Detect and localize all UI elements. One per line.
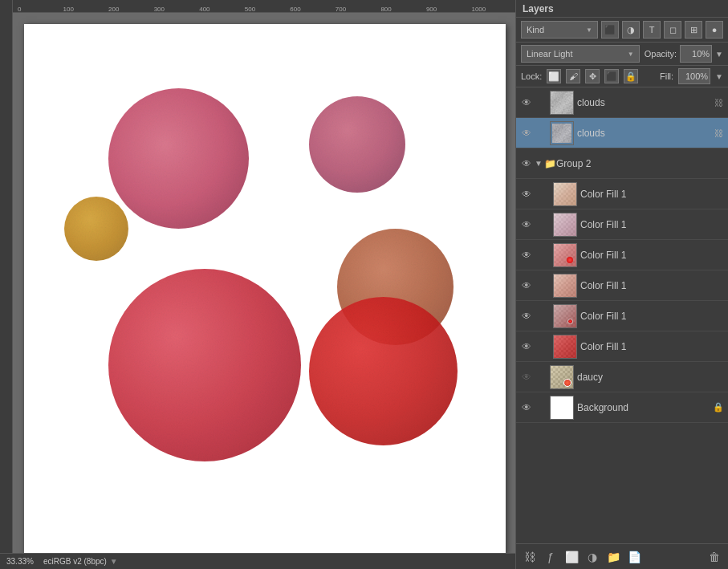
layer-name-cf4: Color Fill 1 xyxy=(580,280,725,291)
fill-chevron-icon: ▼ xyxy=(715,72,723,81)
group-expand-icon[interactable]: ▼ xyxy=(534,159,543,169)
layer-item-clouds1[interactable]: 👁 clouds ⛓ xyxy=(516,87,728,118)
filter-type-icon[interactable]: T xyxy=(643,21,661,39)
new-layer-button[interactable]: 📄 xyxy=(625,548,643,566)
lock-transparent-icon[interactable]: ⬜ xyxy=(547,69,561,83)
circle-red-large[interactable] xyxy=(108,269,301,461)
layer-thumb-clouds1 xyxy=(550,91,574,115)
visibility-toggle-cf2[interactable]: 👁 xyxy=(519,217,534,232)
layer-name-daucy: daucy xyxy=(577,372,725,383)
panel-header: Layers xyxy=(516,0,728,18)
status-bar: 33.33% eciRGB v2 (8bpc) ▼ xyxy=(0,553,515,569)
new-fill-button[interactable]: ◑ xyxy=(584,548,601,566)
layers-list: 👁 clouds ⛓ 👁 clouds ⛓ 👁 ▼ 📁 Group 2 xyxy=(516,87,728,543)
layer-thumb-background xyxy=(550,396,574,420)
delete-layer-button[interactable]: 🗑 xyxy=(706,548,723,566)
visibility-toggle-daucy[interactable]: 👁 xyxy=(519,370,534,384)
blend-mode-chevron-icon: ▼ xyxy=(628,51,634,58)
lock-position-icon[interactable]: ✥ xyxy=(585,69,600,83)
zoom-level: 33.33% xyxy=(6,557,34,566)
layer-name-cf1: Color Fill 1 xyxy=(580,189,725,200)
svg-rect-0 xyxy=(551,91,574,115)
ruler-left xyxy=(0,0,13,569)
circle-red-medium[interactable] xyxy=(309,297,458,445)
layer-name-cf6: Color Fill 1 xyxy=(580,341,725,352)
add-mask-button[interactable]: ⬜ xyxy=(563,548,580,566)
layer-item-colorfill6[interactable]: 👁 Color Fill 1 xyxy=(516,331,728,362)
layer-item-colorfill4[interactable]: 👁 Color Fill 1 xyxy=(516,270,728,301)
ruler-marks-horizontal: 0 100 200 300 400 500 600 700 800 900 10… xyxy=(13,0,515,13)
layers-bottom-toolbar: ⛓ ƒ ⬜ ◑ 📁 📄 🗑 xyxy=(516,543,728,569)
layer-thumb-clouds2 xyxy=(550,121,574,145)
layer-name-clouds2: clouds xyxy=(577,128,712,139)
opacity-chevron-icon: ▼ xyxy=(715,50,723,59)
layer-name-clouds1: clouds xyxy=(577,97,712,108)
lock-artboard-icon[interactable]: ⬛ xyxy=(604,69,619,83)
filter-adjustment-icon[interactable]: ◑ xyxy=(622,21,640,39)
kind-label: Kind xyxy=(527,25,544,35)
blend-mode-value: Linear Light xyxy=(527,49,573,59)
visibility-toggle-cf6[interactable]: 👁 xyxy=(519,339,534,354)
filter-smart-icon[interactable]: ⊞ xyxy=(685,21,702,39)
layers-toolbar-row1: Kind ▼ ⬛ ◑ T ◻ ⊞ ● xyxy=(516,18,728,43)
visibility-toggle-clouds1[interactable]: 👁 xyxy=(519,96,534,110)
visibility-toggle-cf5[interactable]: 👁 xyxy=(519,309,534,323)
layer-item-group2[interactable]: 👁 ▼ 📁 Group 2 xyxy=(516,148,728,179)
layer-thumb-cf6 xyxy=(553,335,577,359)
fill-label: Fill: xyxy=(660,71,673,81)
visibility-toggle-background[interactable]: 👁 xyxy=(519,400,534,415)
new-group-button[interactable]: 📁 xyxy=(604,548,622,566)
ruler-top: 0 100 200 300 400 500 600 700 800 900 10… xyxy=(0,0,515,13)
layers-toolbar-row2: Linear Light ▼ Opacity: ▼ xyxy=(516,43,728,66)
filter-extra-icon[interactable]: ● xyxy=(706,21,723,39)
filter-shape-icon[interactable]: ◻ xyxy=(664,21,681,39)
panel-title: Layers xyxy=(523,3,554,14)
layer-name-cf5: Color Fill 1 xyxy=(580,311,725,322)
visibility-toggle-cf3[interactable]: 👁 xyxy=(519,248,534,262)
add-style-button[interactable]: ƒ xyxy=(542,548,559,566)
layer-chain-clouds2 xyxy=(534,127,547,140)
layer-chain-background xyxy=(534,401,547,414)
kind-chevron-icon: ▼ xyxy=(586,26,592,34)
layer-item-colorfill5[interactable]: 👁 Color Fill 1 xyxy=(516,301,728,331)
layer-chain-daucy xyxy=(534,371,547,384)
layers-toolbar-row3: Lock: ⬜ 🖌 ✥ ⬛ 🔒 Fill: ▼ xyxy=(516,66,728,87)
opacity-label: Opacity: xyxy=(645,49,677,59)
layer-badge-clouds1: ⛓ xyxy=(712,96,725,109)
layer-item-colorfill3[interactable]: 👁 Color Fill 1 xyxy=(516,240,728,270)
layer-thumb-cf5 xyxy=(553,304,577,328)
document-canvas[interactable] xyxy=(24,24,506,554)
blend-mode-dropdown[interactable]: Linear Light ▼ xyxy=(521,45,640,63)
layers-panel: Layers Kind ▼ ⬛ ◑ T ◻ ⊞ ● Linear Light ▼… xyxy=(515,0,728,569)
kind-dropdown[interactable]: Kind ▼ xyxy=(521,21,598,39)
group-folder-icon: 📁 xyxy=(543,157,556,170)
opacity-input[interactable] xyxy=(680,45,712,63)
circle-pink-large[interactable] xyxy=(108,88,249,229)
layer-item-background[interactable]: 👁 Background 🔒 xyxy=(516,392,728,423)
layer-thumb-cf2 xyxy=(553,213,577,237)
layer-item-colorfill1[interactable]: 👁 Color Fill 1 xyxy=(516,179,728,209)
circle-gold[interactable] xyxy=(64,197,128,261)
lock-all-icon[interactable]: 🔒 xyxy=(624,69,638,83)
filter-pixel-icon[interactable]: ⬛ xyxy=(601,21,619,39)
lock-image-icon[interactable]: 🖌 xyxy=(566,69,580,83)
layer-item-daucy[interactable]: 👁 daucy xyxy=(516,362,728,392)
link-layers-button[interactable]: ⛓ xyxy=(521,548,539,566)
circle-pink-medium[interactable] xyxy=(309,96,405,193)
layer-item-colorfill2[interactable]: 👁 Color Fill 1 xyxy=(516,209,728,240)
color-profile: eciRGB v2 (8bpc) xyxy=(43,557,107,566)
layer-thumb-cf4 xyxy=(553,274,577,298)
visibility-toggle-cf1[interactable]: 👁 xyxy=(519,187,534,201)
fill-input[interactable] xyxy=(678,68,710,84)
visibility-toggle-cf4[interactable]: 👁 xyxy=(519,278,534,293)
layer-chain-clouds1 xyxy=(534,96,547,109)
visibility-toggle-clouds2[interactable]: 👁 xyxy=(519,126,534,140)
layer-name-background: Background xyxy=(577,402,712,413)
layer-lock-icon: 🔒 xyxy=(712,401,725,414)
layer-item-clouds2[interactable]: 👁 clouds ⛓ xyxy=(516,118,728,148)
layer-thumb-cf1 xyxy=(553,182,577,206)
layer-thumb-daucy xyxy=(550,365,574,389)
visibility-toggle-group2[interactable]: 👁 xyxy=(519,156,534,171)
lock-label: Lock: xyxy=(521,71,542,81)
layer-name-cf3: Color Fill 1 xyxy=(580,250,725,261)
